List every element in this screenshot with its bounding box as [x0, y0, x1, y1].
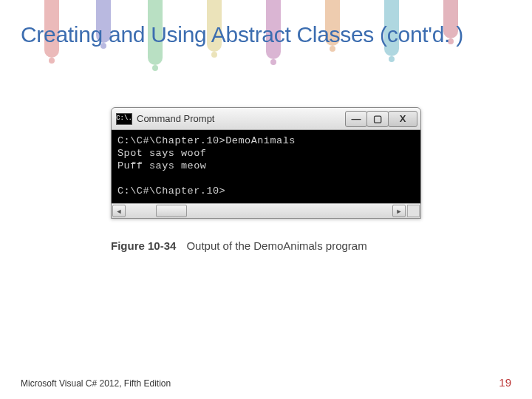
footer-book-title: Microsoft Visual C# 2012, Fifth Edition: [21, 378, 171, 389]
console-line: Spot says woof: [117, 148, 206, 159]
close-button[interactable]: X: [388, 111, 417, 127]
titlebar: C:\. Command Prompt — ▢ X: [112, 108, 420, 130]
figure-description: Output of the DemoAnimals program: [186, 239, 366, 252]
decorative-paint-drips: [0, 0, 532, 96]
console-line: C:\C#\Chapter.10>DemoAnimals: [117, 135, 296, 146]
resize-grip[interactable]: [407, 205, 420, 217]
figure: C:\. Command Prompt — ▢ X C:\C#\Chapter.…: [111, 107, 421, 252]
command-prompt-window: C:\. Command Prompt — ▢ X C:\C#\Chapter.…: [111, 107, 421, 219]
console-line: Puff says meow: [117, 160, 206, 171]
console-output: C:\C#\Chapter.10>DemoAnimals Spot says w…: [112, 130, 420, 203]
minimize-button[interactable]: —: [345, 111, 367, 127]
window-title: Command Prompt: [137, 113, 214, 124]
maximize-button[interactable]: ▢: [366, 111, 389, 127]
window-controls: — ▢ X: [346, 111, 417, 127]
figure-caption: Figure 10-34Output of the DemoAnimals pr…: [111, 239, 421, 252]
scroll-thumb[interactable]: [156, 205, 187, 217]
horizontal-scrollbar[interactable]: ◄ ►: [112, 203, 420, 218]
titlebar-left: C:\. Command Prompt: [116, 113, 214, 125]
slide: Creating and Using Abstract Classes (con…: [0, 0, 532, 399]
figure-number: Figure 10-34: [111, 239, 176, 252]
scroll-right-button[interactable]: ►: [392, 205, 406, 217]
footer-page-number: 19: [499, 376, 511, 389]
command-prompt-icon: C:\.: [116, 113, 132, 125]
scroll-left-button[interactable]: ◄: [112, 205, 126, 217]
console-line: C:\C#\Chapter.10>: [117, 185, 225, 197]
page-title: Creating and Using Abstract Classes (con…: [21, 22, 511, 47]
slide-footer: Microsoft Visual C# 2012, Fifth Edition …: [21, 376, 511, 389]
